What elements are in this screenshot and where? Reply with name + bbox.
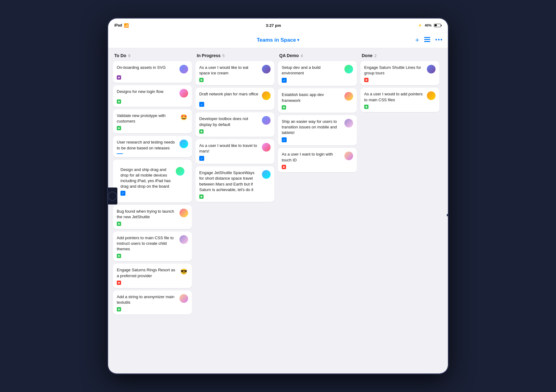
tag-dot: ■ [199,129,204,134]
card-touch-id[interactable]: As a user I want to login with touch ID … [278,148,357,172]
tag-dot: ■ [117,307,121,311]
avatar [344,152,353,160]
bluetooth-icon: ⚡ [418,23,422,27]
tag-dot: ■ [199,194,204,199]
column-title-qademo: QA Demo [279,53,299,58]
column-header-done: Done 2 [360,53,439,58]
avatar [179,235,188,244]
avatar [179,209,188,217]
status-left: iPad 📶 [114,23,129,28]
add-button[interactable]: + [415,36,419,44]
card-validate-prototype[interactable]: Validate new prototype with customers 🤩 … [113,109,192,133]
list-view-button[interactable] [424,36,430,44]
status-time: 3:27 pm [266,23,281,28]
more-button[interactable]: ••• [435,37,443,43]
tag-check: ✓ [199,156,204,161]
app-header: Teams in Space ▾ + ••• [108,32,448,48]
card-text: Ship an easier way for users to transiti… [282,119,342,136]
ipad-label: iPad [114,23,122,27]
svg-rect-2 [424,41,430,42]
header-title: Teams in Space ▾ [257,37,299,43]
avatar [179,140,188,148]
avatar [262,91,271,100]
card-onboarding[interactable]: On-boarding assets in SVG ■ [113,61,192,83]
tag-dot: ■ [282,165,286,169]
board-container: To Do 9 On-boarding assets in SVG ■ [108,48,448,373]
avatar [344,65,353,73]
tag-dot: ■ [117,75,121,80]
home-button[interactable] [108,191,117,201]
avatar: 🤩 [179,113,188,122]
column-count-done: 2 [374,53,377,58]
right-button [447,214,448,216]
card-user-research[interactable]: User research and testing needs to be do… [113,136,192,157]
card-login-designs[interactable]: Designs for new login flow ■ [113,85,192,107]
ipad-frame: iPad 📶 3:27 pm ⚡ 40% Teams in Space ▾ + [108,19,448,373]
avatar [262,170,271,179]
svg-rect-1 [424,39,430,40]
card-basic-framework[interactable]: Establish basic app dev framework ■ [278,88,357,112]
tag-check: ✓ [282,78,287,83]
card-setup-dev[interactable]: Setup dev and a build environment ✓ [278,61,357,86]
card-text: As a user I would like to eat space ice … [199,65,259,76]
card-text: Add a string to anonymizer main textutil… [117,294,177,305]
card-ship-easier[interactable]: Ship an easier way for users to transiti… [278,115,357,146]
card-drag-drop[interactable]: Design and ship drag and drop for all mo… [113,160,192,202]
title-chevron[interactable]: ▾ [297,38,299,42]
card-add-pointers-css[interactable]: As a user I would to add pointers to mai… [360,88,439,112]
column-inprogress: In Progress 5 As a user I would like to … [196,53,274,369]
header-actions: + ••• [415,36,443,44]
column-count-qademo: 4 [301,53,303,58]
tag-dot: ■ [364,78,369,82]
avatar [262,65,271,73]
card-text: Designs for new login flow [117,89,177,94]
avatar [176,167,184,176]
tag-dot: ■ [117,222,121,226]
card-text: Engage Saturns Rings Resort as a preferr… [117,267,177,278]
column-qademo: QA Demo 4 Setup dev and a build environm… [278,53,357,369]
column-title-inprogress: In Progress [197,53,221,58]
card-text: Draft network plan for mars office [199,91,259,97]
avatar [179,294,188,303]
card-anonymizer[interactable]: Add a string to anonymizer main textutil… [113,290,192,315]
column-cards-qademo: Setup dev and a build environment ✓ Esta… [278,61,357,369]
battery-icon [434,24,442,27]
tag-dot: ■ [117,254,121,258]
card-add-pointers[interactable]: Add pointers to main CSS file to instruc… [113,231,192,261]
avatar [179,65,188,73]
card-text: On-boarding assets in SVG [117,65,177,70]
tag-line [117,153,123,154]
column-done: Done 2 Engage Saturn Shuttle Lines for g… [360,53,439,369]
card-dev-toolbox[interactable]: Developer toolbox does not display by de… [196,112,274,136]
tag-dot: ■ [117,126,121,130]
tag-check: ✓ [282,137,287,142]
card-bug-jetshuttle[interactable]: Bug found when trying to launch the new … [113,205,192,229]
avatar: 😎 [179,267,188,276]
tag-check: ✓ [199,102,204,107]
card-text: Bug found when trying to launch the new … [117,209,177,220]
card-network-mars[interactable]: Draft network plan for mars office ✓ [196,88,274,110]
card-text: As a user I want to login with touch ID [282,152,342,163]
tag-dot: ■ [117,281,121,285]
card-saturns-rings[interactable]: Engage Saturns Rings Resort as a preferr… [113,264,192,288]
card-space-ice-cream[interactable]: As a user I would like to eat space ice … [196,61,274,85]
card-text: Add pointers to main CSS file to instruc… [117,235,177,252]
column-cards-done: Engage Saturn Shuttle Lines for group to… [360,61,439,369]
svg-rect-0 [424,37,430,38]
avatar [262,143,271,152]
card-text: As a user I would to add pointers to mai… [364,91,424,102]
card-text: Validate new prototype with customers [117,113,177,124]
status-right: ⚡ 40% [418,23,442,27]
side-button [108,188,117,205]
card-travel-mars[interactable]: As a user I would like to travel to mars… [196,139,274,164]
column-header-qademo: QA Demo 4 [278,53,357,58]
avatar [179,89,188,98]
column-todo: To Do 9 On-boarding assets in SVG ■ [113,53,192,369]
card-saturn-shuttle[interactable]: Engage Saturn Shuttle Lines for group to… [360,61,439,85]
column-header-inprogress: In Progress 5 [196,53,274,58]
card-text: Engage Saturn Shuttle Lines for group to… [364,65,424,76]
avatar [344,119,353,127]
tag-dot: ■ [117,99,121,104]
card-jetshuttle-spaceways[interactable]: Engage JetShuttle SpaceWays for short di… [196,166,274,202]
card-text: Setup dev and a build environment [282,65,342,76]
